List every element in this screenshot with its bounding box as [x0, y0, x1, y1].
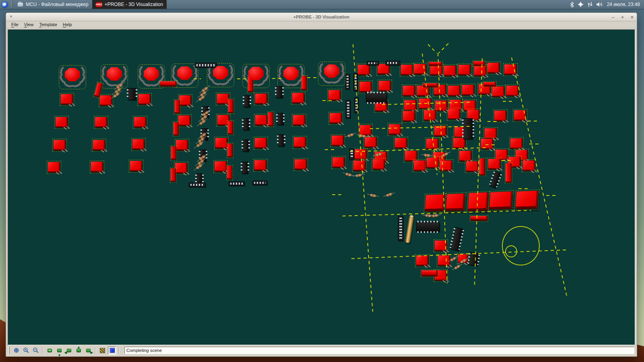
task-label: +PROBE - 3D Visualization	[105, 2, 163, 7]
volume-icon[interactable]	[597, 2, 603, 7]
pcb-cube	[416, 255, 428, 266]
pcb-cube	[100, 95, 112, 106]
view-front-icon: ▼	[57, 349, 62, 352]
pcb-rescluster	[197, 87, 210, 102]
menu-bar: FileViewTemplateHelp	[6, 21, 637, 28]
pcb-cube	[54, 140, 66, 150]
pcb-cube	[379, 81, 391, 91]
pcb-cube	[215, 161, 227, 172]
view-back-button[interactable]: ▲	[74, 346, 83, 355]
toolbar-grip[interactable]	[8, 347, 10, 354]
pcb-cube	[294, 137, 306, 148]
pcb-hbar	[471, 216, 487, 221]
package-icon[interactable]	[578, 2, 584, 7]
pcb-cube	[373, 159, 385, 170]
pcb-hbar	[160, 81, 176, 86]
pcb-cube	[254, 160, 266, 171]
pcb-icv	[463, 118, 473, 139]
pcb-icv	[243, 140, 249, 152]
view-3d-button[interactable]	[108, 346, 116, 355]
pcb-icv	[244, 95, 250, 107]
pcb-icv	[276, 86, 283, 98]
view-back-icon: ▲	[76, 349, 81, 352]
grid-line	[518, 188, 529, 189]
pcb-icv	[242, 162, 248, 174]
pcb-cube	[138, 94, 151, 105]
pcb-spider	[58, 64, 87, 90]
view-front-button[interactable]: ▼	[55, 346, 64, 355]
pcb-hdrh	[367, 61, 379, 65]
pcb-res	[345, 173, 352, 177]
bluetooth-icon[interactable]	[570, 2, 574, 8]
grid-line	[502, 160, 512, 161]
pcb-cube	[175, 163, 187, 173]
pcb-icv	[277, 113, 283, 125]
pcb-cube	[330, 113, 342, 123]
panel-grip[interactable]	[11, 2, 12, 7]
pcb-hdrv	[398, 216, 403, 241]
pcb-bigsq	[515, 191, 538, 209]
taskbar-task-probe[interactable]: ARES +PROBE - 3D Visualization	[92, 0, 167, 9]
pan-button[interactable]: ⊕	[12, 346, 21, 355]
pcb-cube	[395, 138, 407, 148]
grid-line	[325, 149, 335, 150]
pcb-icv	[128, 88, 136, 100]
view-left-button[interactable]: ◀	[65, 346, 73, 355]
pcb-cube	[332, 136, 344, 146]
minimize-button[interactable]: –	[612, 14, 615, 20]
app-menu-icon[interactable]	[1, 1, 8, 8]
board-circle-outline	[505, 245, 517, 257]
status-bar: Completing scene	[124, 347, 634, 354]
pcb-cube	[93, 140, 105, 150]
pcb-cube	[293, 115, 305, 125]
pcb-rescluster	[198, 111, 211, 126]
scene-canvas[interactable]	[8, 29, 635, 345]
grid-line	[272, 78, 282, 79]
view-top-button[interactable]	[45, 346, 54, 355]
pcb-cube	[414, 160, 426, 171]
pcb-vbar	[228, 121, 233, 134]
pcb-bigsq	[489, 191, 513, 210]
grid-line	[529, 144, 540, 144]
clock[interactable]: 24 июля, 23:48	[607, 2, 640, 7]
network-icon[interactable]	[587, 2, 593, 7]
zoom-out-button[interactable]	[31, 346, 40, 355]
pcb-cube	[358, 65, 370, 75]
pcb-vbar	[228, 99, 233, 113]
pcb-cube	[48, 162, 60, 173]
board-span-button[interactable]: ↕	[98, 346, 107, 355]
pcb-cube	[430, 65, 442, 75]
maximize-button[interactable]: +	[621, 14, 624, 20]
pcb-cube	[404, 100, 416, 111]
pcb-hdrv	[345, 74, 350, 89]
menu-file[interactable]: File	[8, 22, 21, 27]
pcb-cube	[295, 159, 307, 170]
pcb-res	[432, 214, 439, 217]
title-bar[interactable]: ▾ +PROBE - 3D Visualization – + ×	[6, 13, 637, 21]
window-title: +PROBE - 3D Visualization	[6, 14, 637, 19]
top-taskbar: MCU - Файловый менеджер ARES +PROBE - 3D…	[0, 0, 644, 9]
pcb-cube	[444, 66, 456, 76]
pcb-cube	[359, 125, 372, 136]
pcb-cube	[474, 66, 486, 76]
menu-template[interactable]: Template	[36, 22, 60, 27]
task-label: MCU - Файловый менеджер	[26, 2, 89, 7]
view-right-button[interactable]: ▶	[84, 346, 93, 355]
grid-line	[194, 78, 201, 79]
pcb-ich	[416, 222, 440, 232]
pcb-cube	[494, 111, 506, 121]
pcb-vbar	[175, 100, 180, 113]
pcb-cube	[389, 124, 401, 135]
close-button[interactable]: ×	[630, 14, 634, 20]
taskbar-task-filemanager[interactable]: MCU - Файловый менеджер	[14, 0, 92, 9]
pcb-cube	[459, 151, 471, 161]
grid-line	[307, 77, 318, 78]
menu-view[interactable]: View	[21, 22, 37, 27]
view-left-icon: ◀	[67, 349, 71, 352]
grid-line	[503, 101, 513, 102]
pcb-hdrh	[229, 181, 245, 186]
window-menu-arrow-icon[interactable]: ▾	[10, 14, 12, 19]
menu-help[interactable]: Help	[60, 22, 75, 27]
zoom-in-button[interactable]	[22, 346, 30, 355]
toolbar-separator	[42, 347, 43, 354]
